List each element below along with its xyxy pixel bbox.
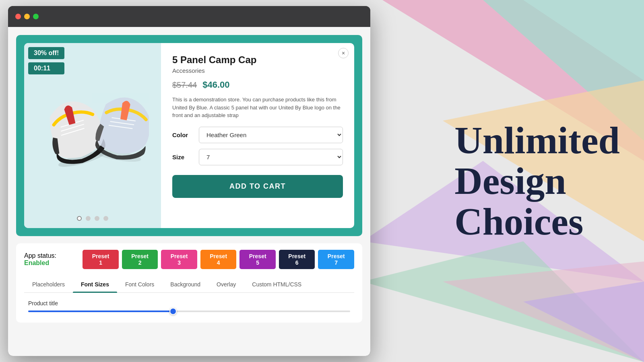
slider-section: Product title bbox=[24, 293, 354, 316]
slider-fill bbox=[28, 311, 173, 312]
tab-background[interactable]: Background bbox=[162, 276, 208, 292]
badge-row: 30% off! 00:11 bbox=[28, 47, 64, 74]
hero-line-1: Unlimited bbox=[454, 120, 620, 161]
color-select[interactable]: Heather Green Navy Black Red bbox=[199, 127, 343, 143]
discount-badge: 30% off! bbox=[28, 47, 64, 59]
carousel-dot-3[interactable] bbox=[95, 216, 99, 221]
presets-row: Preset 1Preset 2Preset 3Preset 4Preset 5… bbox=[83, 250, 354, 269]
color-label: Color bbox=[172, 132, 192, 138]
tab-custom-html/css[interactable]: Custom HTML/CSS bbox=[244, 276, 310, 292]
preset-button-3[interactable]: Preset 3 bbox=[161, 250, 197, 269]
product-description: This is a demonstration store. You can p… bbox=[172, 96, 343, 119]
timer-badge: 00:11 bbox=[28, 62, 64, 74]
price-row: $57.44 $46.00 bbox=[172, 80, 343, 90]
tab-placeholders[interactable]: Placeholders bbox=[24, 276, 73, 292]
price-new: $46.00 bbox=[202, 80, 229, 90]
preset-button-5[interactable]: Preset 5 bbox=[239, 250, 276, 269]
carousel-dot-2[interactable] bbox=[86, 216, 91, 221]
size-field-row: Size 7 8 9 10 bbox=[172, 149, 343, 165]
app-status-container: App status: Enabled bbox=[24, 252, 83, 267]
slider-label: Product title bbox=[28, 300, 350, 306]
hero-text: Unlimited Design Choices bbox=[454, 120, 620, 242]
hero-line-3: Choices bbox=[454, 201, 620, 242]
browser-titlebar bbox=[8, 6, 370, 27]
app-status-label: App status: bbox=[24, 252, 56, 259]
carousel-dots bbox=[77, 216, 108, 221]
popup-details: 5 Panel Camp Cap Accessories $57.44 $46.… bbox=[161, 43, 354, 228]
preset-button-7[interactable]: Preset 7 bbox=[318, 250, 354, 269]
price-old: $57.44 bbox=[172, 80, 197, 90]
close-button[interactable] bbox=[15, 14, 21, 19]
browser-content: 30% off! 00:11 × bbox=[8, 27, 370, 356]
maximize-button[interactable] bbox=[33, 14, 39, 19]
tab-font-colors[interactable]: Font Colors bbox=[117, 276, 162, 292]
tab-overlay[interactable]: Overlay bbox=[208, 276, 244, 292]
minimize-button[interactable] bbox=[24, 14, 30, 19]
slider-thumb[interactable] bbox=[169, 308, 177, 315]
size-select[interactable]: 7 8 9 10 bbox=[199, 149, 343, 165]
app-status-row: App status: Enabled Preset 1Preset 2Pres… bbox=[24, 250, 354, 269]
tabs-row: PlaceholdersFont SizesFont ColorsBackgro… bbox=[24, 276, 354, 293]
color-field-row: Color Heather Green Navy Black Red bbox=[172, 127, 343, 143]
product-category: Accessories bbox=[172, 67, 343, 74]
slider-track[interactable] bbox=[28, 311, 350, 312]
app-status-value: Enabled bbox=[24, 259, 49, 266]
popup-inner: × bbox=[24, 43, 354, 228]
add-to-cart-button[interactable]: ADD TO CART bbox=[172, 175, 343, 198]
tab-font-sizes[interactable]: Font Sizes bbox=[73, 276, 117, 292]
size-label: Size bbox=[172, 154, 192, 160]
preset-button-6[interactable]: Preset 6 bbox=[279, 250, 315, 269]
carousel-dot-4[interactable] bbox=[103, 216, 108, 221]
preset-button-1[interactable]: Preset 1 bbox=[83, 250, 119, 269]
product-popup-wrapper: 30% off! 00:11 × bbox=[16, 35, 362, 236]
controls-section: App status: Enabled Preset 1Preset 2Pres… bbox=[16, 243, 362, 323]
preset-button-4[interactable]: Preset 4 bbox=[200, 250, 237, 269]
browser-window: 30% off! 00:11 × bbox=[8, 6, 370, 356]
shoe-illustration bbox=[36, 67, 149, 188]
preset-button-2[interactable]: Preset 2 bbox=[122, 250, 158, 269]
hero-line-2: Design bbox=[454, 161, 620, 202]
carousel-dot-1[interactable] bbox=[77, 216, 82, 221]
popup-close-button[interactable]: × bbox=[338, 48, 349, 58]
product-title: 5 Panel Camp Cap bbox=[172, 54, 343, 66]
